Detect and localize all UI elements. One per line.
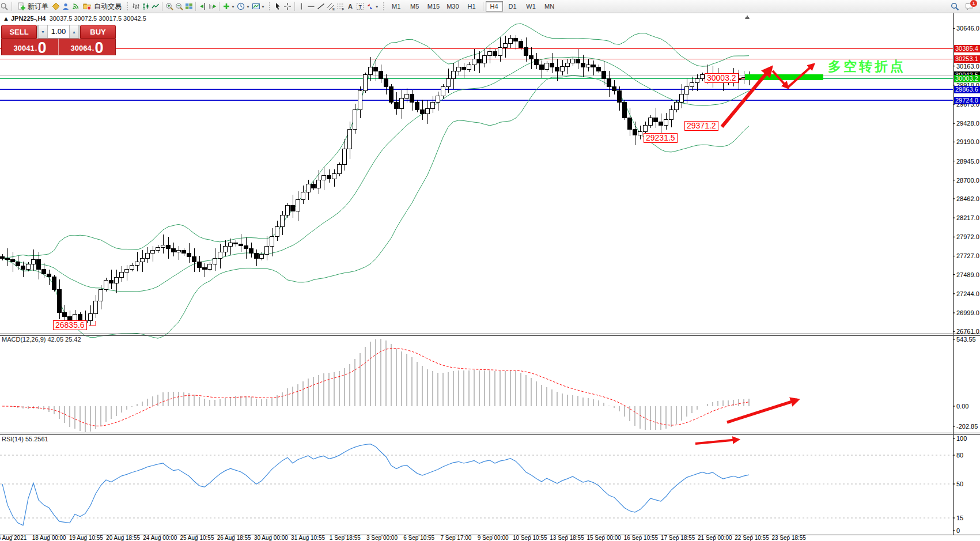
one-click-trading-panel: SELL ▼ 1.00 ▲ BUY 30041.0 30064.0	[1, 25, 116, 55]
profiles-icon[interactable]	[51, 2, 60, 11]
volume-increase-button[interactable]: ▲	[69, 25, 79, 38]
ask-price: 30064.0	[59, 39, 115, 55]
search-icon[interactable]	[950, 2, 960, 11]
price-tag: 29724.0	[954, 97, 980, 104]
new-order-button[interactable]: 新订单	[14, 1, 51, 12]
toolbar-grip	[383, 2, 385, 10]
bid-price: 30041.0	[2, 39, 59, 55]
trend-arrow	[695, 440, 738, 444]
ask-price-big-digit: 0	[94, 41, 103, 54]
chart-price-label[interactable]: 26835.6	[53, 320, 87, 330]
svg-text:28217.0: 28217.0	[956, 214, 979, 221]
svg-text:25 Aug 10:55: 25 Aug 10:55	[180, 535, 214, 541]
community-icon[interactable]	[60, 2, 70, 11]
timeframe-d1-button[interactable]: D1	[504, 1, 521, 12]
periods-caret[interactable]: ▼	[246, 5, 250, 9]
bar-chart-icon[interactable]	[131, 2, 141, 11]
macd-label: MACD(12,26,9) 42.05 25.42	[2, 336, 81, 343]
cursor-icon[interactable]	[273, 2, 283, 11]
annotation-note-text[interactable]: 多空转折点	[828, 58, 906, 75]
crosshair-icon[interactable]	[283, 2, 293, 11]
horizontal-line-icon[interactable]	[307, 2, 316, 11]
svg-text:15: 15	[956, 514, 963, 521]
svg-text:100: 100	[956, 435, 967, 442]
volume-value[interactable]: 1.00	[48, 25, 69, 38]
fibonacci-icon[interactable]: F	[336, 2, 346, 11]
trendline-icon[interactable]	[316, 2, 326, 11]
app-logo-icon[interactable]	[0, 2, 10, 11]
svg-text:E: E	[332, 7, 335, 11]
chart-shift-icon[interactable]	[198, 2, 207, 11]
svg-text:0: 0	[956, 527, 960, 534]
timeframe-h4-button[interactable]: H4	[486, 1, 503, 12]
equidistant-channel-icon[interactable]: E	[326, 2, 336, 11]
svg-text:50: 50	[956, 481, 963, 487]
zoom-out-icon[interactable]	[174, 2, 184, 11]
line-chart-icon[interactable]	[150, 2, 160, 11]
timeframe-toolbar: M1M5M15M30H1H4D1W1MN	[387, 1, 559, 12]
svg-text:30646.0: 30646.0	[956, 25, 979, 32]
add-indicator-caret[interactable]: ▼	[231, 5, 235, 9]
collapse-triangle-icon[interactable]: ▲	[3, 15, 11, 22]
new-order-icon	[16, 2, 26, 11]
chart-price-label[interactable]: 29231.5	[644, 133, 678, 143]
zoom-in-icon[interactable]	[164, 2, 174, 11]
timeframe-mn-button[interactable]: MN	[541, 1, 558, 12]
add-indicator-icon[interactable]	[221, 2, 231, 11]
macd-histogram	[2, 339, 749, 432]
timeframe-m15-button[interactable]: M15	[425, 1, 442, 12]
ask-price-main: 30064	[71, 44, 92, 52]
timeframe-m5-button[interactable]: M5	[406, 1, 423, 12]
chart-price-label[interactable]: 29371.2	[684, 121, 718, 131]
arrow-objects-icon[interactable]	[365, 2, 375, 11]
svg-text:26 Aug 18:55: 26 Aug 18:55	[217, 535, 251, 541]
auto-trading-button[interactable]: 自动交易	[80, 1, 124, 12]
svg-text:6 Aug 2021: 6 Aug 2021	[0, 535, 27, 541]
svg-text:29428.0: 29428.0	[956, 120, 979, 127]
sell-button[interactable]: SELL	[1, 25, 37, 39]
svg-text:27489.0: 27489.0	[956, 271, 979, 278]
signals-icon[interactable]	[70, 2, 80, 11]
svg-text:29190.0: 29190.0	[956, 138, 979, 145]
svg-text:23 Sep 18:55: 23 Sep 18:55	[771, 535, 806, 541]
candlestick-chart-icon[interactable]	[141, 2, 150, 11]
price-tag: 30003.2	[954, 75, 980, 82]
chart-canvas[interactable]: 30646.030163.029918.029673.029428.029190…	[0, 0, 980, 541]
chat-icon[interactable]: 1	[964, 2, 974, 11]
periods-icon[interactable]	[236, 2, 246, 11]
auto-trading-icon	[82, 2, 92, 11]
tile-windows-icon[interactable]	[184, 2, 194, 11]
auto-scroll-icon[interactable]	[207, 2, 217, 11]
svg-text:80: 80	[956, 452, 963, 459]
new-order-label: 新订单	[28, 2, 48, 12]
timeframe-w1-button[interactable]: W1	[523, 1, 540, 12]
price-tag: 29863.6	[954, 86, 980, 93]
trend-arrow	[727, 400, 797, 422]
timeframe-m30-button[interactable]: M30	[444, 1, 461, 12]
toolbar-separator	[12, 2, 12, 11]
svg-text:26761.0: 26761.0	[956, 328, 979, 335]
arrow-objects-caret[interactable]: ▼	[375, 5, 379, 9]
notification-badge: 1	[970, 0, 978, 7]
templates-icon[interactable]	[251, 2, 261, 11]
templates-caret[interactable]: ▼	[261, 5, 265, 9]
svg-text:543.55: 543.55	[956, 336, 976, 343]
buy-button[interactable]: BUY	[80, 25, 116, 39]
symbol-ohlc-line: ▲ JPN225-,H4 30037.5 30072.5 30017.5 300…	[3, 15, 146, 22]
volume-decrease-button[interactable]: ▼	[38, 25, 48, 38]
timeframe-h1-button[interactable]: H1	[463, 1, 480, 12]
ask-price-dot: .	[92, 44, 94, 52]
timeframe-m1-button[interactable]: M1	[388, 1, 405, 12]
text-icon[interactable]: A	[346, 2, 355, 11]
toolbar-grip	[269, 2, 271, 10]
text-label-icon[interactable]: T	[355, 2, 365, 11]
chart-frame	[0, 13, 980, 535]
chart-price-label[interactable]: 30003.2	[705, 73, 739, 83]
svg-text:31 Aug 10:55: 31 Aug 10:55	[291, 535, 325, 541]
toolbar-separator	[195, 2, 196, 11]
svg-text:22 Sep 10:55: 22 Sep 10:55	[735, 535, 769, 541]
svg-text:30 Aug 00:00: 30 Aug 00:00	[254, 535, 288, 541]
vertical-line-icon[interactable]	[297, 2, 307, 11]
svg-text:21 Sep 00:00: 21 Sep 00:00	[698, 535, 732, 541]
svg-text:17 Sep 18:55: 17 Sep 18:55	[661, 535, 695, 541]
